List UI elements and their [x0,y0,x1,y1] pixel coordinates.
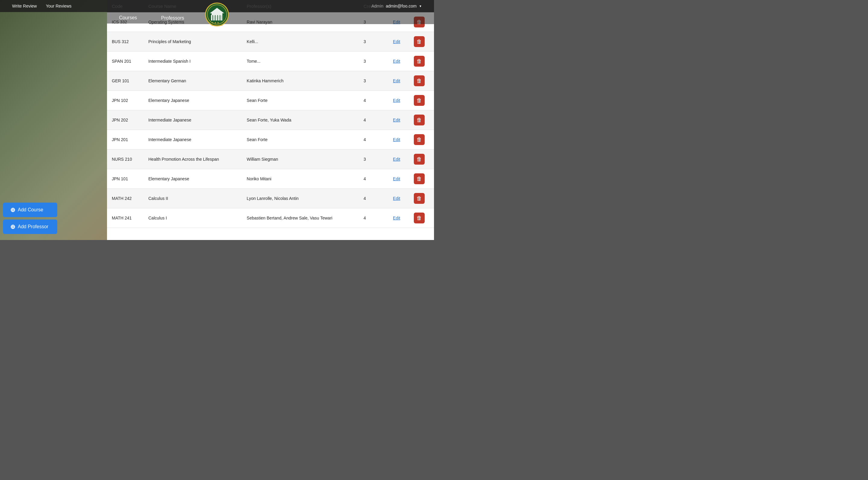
add-course-label: Add Course [18,207,43,213]
admin-label: Admin [371,4,383,8]
svg-rect-7 [217,15,218,21]
svg-text:★ ★ ★: ★ ★ ★ [212,22,219,24]
trash-icon: 🗑 [416,38,422,45]
dropdown-arrow-icon[interactable]: ▼ [419,4,422,8]
svg-rect-6 [215,15,216,21]
course-professors: Sean Forte [242,130,359,150]
edit-link[interactable]: Edit [393,176,400,181]
tab-bar: Courses Professors [107,12,434,24]
navbar-right: Admin admin@foo.com ▼ [371,4,422,8]
course-credits: 4 [359,208,388,228]
course-credits: 3 [359,52,388,71]
course-credits: 4 [359,169,388,189]
add-professor-plus-icon: ⊕ [10,223,16,230]
add-course-plus-icon: ⊕ [10,206,16,213]
table-row: NURS 210Health Promotion Across the Life… [107,150,434,169]
table-row: MATH 242Calculus IILyon Lanrolle, Nicola… [107,189,434,208]
course-credits: 4 [359,130,388,150]
edit-link[interactable]: Edit [393,79,400,83]
delete-button[interactable]: 🗑 [414,173,425,184]
edit-link[interactable]: Edit [393,39,400,44]
write-review-link[interactable]: Write Review [12,4,37,8]
course-professors: Sean Forte, Yuka Wada [242,110,359,130]
course-credits: 4 [359,110,388,130]
course-name: Intermediate Japanese [144,110,242,130]
trash-icon: 🗑 [416,196,422,202]
table-row: JPN 202Intermediate JapaneseSean Forte, … [107,110,434,130]
svg-text:HELUNA MANOA: HELUNA MANOA [211,24,223,26]
tab-professors[interactable]: Professors [149,12,196,24]
trash-icon: 🗑 [416,215,422,221]
course-name: Elementary German [144,71,242,91]
trash-icon: 🗑 [416,156,422,162]
trash-icon: 🗑 [416,58,422,64]
delete-button[interactable]: 🗑 [414,95,425,106]
course-code: SPAN 201 [107,52,144,71]
course-name: Health Promotion Across the Lifespan [144,150,242,169]
course-name: Intermediate Japanese [144,130,242,150]
table-row: JPN 101Elementary JapaneseNoriko Mitani4… [107,169,434,189]
course-credits: 4 [359,189,388,208]
svg-rect-9 [222,15,223,21]
trash-icon: 🗑 [416,78,422,84]
logo: ★ ★ ★ HELUNA MANOA [205,2,229,27]
course-professors: Sean Forte [242,91,359,110]
delete-button[interactable]: 🗑 [414,56,425,67]
add-professor-button[interactable]: ⊕ Add Professor [3,219,57,234]
course-professors: Katinka Hammerich [242,71,359,91]
course-code: MATH 241 [107,208,144,228]
add-course-button[interactable]: ⊕ Add Course [3,203,57,217]
course-professors: Sebastien Bertand, Andrew Sale, Vasu Tew… [242,208,359,228]
your-reviews-link[interactable]: Your Reviews [46,4,71,8]
delete-button[interactable]: 🗑 [414,115,425,125]
course-credits: 3 [359,150,388,169]
table-row: JPN 102Elementary JapaneseSean Forte4Edi… [107,91,434,110]
delete-button[interactable]: 🗑 [414,213,425,223]
trash-icon: 🗑 [416,117,422,123]
course-code: JPN 101 [107,169,144,189]
navbar-left: Write Review Your Reviews [12,4,71,8]
table-row: SPAN 201Intermediate Spanish ITome...3Ed… [107,52,434,71]
course-professors: William Siegman [242,150,359,169]
edit-link[interactable]: Edit [393,118,400,122]
course-name: Calculus I [144,208,242,228]
edit-link[interactable]: Edit [393,157,400,161]
course-code: NURS 210 [107,150,144,169]
trash-icon: 🗑 [416,97,422,104]
trash-icon: 🗑 [416,137,422,143]
edit-link[interactable]: Edit [393,137,400,142]
edit-link[interactable]: Edit [393,216,400,220]
delete-button[interactable]: 🗑 [414,193,425,204]
table-panel: Code Course Name Professor(s) Credits IC… [107,0,434,240]
bottom-buttons: ⊕ Add Course ⊕ Add Professor [3,203,57,234]
courses-table: Code Course Name Professor(s) Credits IC… [107,0,434,228]
course-name: Principles of Marketing [144,32,242,52]
svg-rect-8 [219,15,221,21]
delete-button[interactable]: 🗑 [414,76,425,86]
edit-link[interactable]: Edit [393,98,400,103]
course-name: Intermediate Spanish I [144,52,242,71]
course-professors: Kelli... [242,32,359,52]
course-code: JPN 201 [107,130,144,150]
add-professor-label: Add Professor [18,224,48,230]
course-code: JPN 202 [107,110,144,130]
tab-courses[interactable]: Courses [107,12,149,24]
svg-rect-5 [212,15,213,21]
course-professors: Lyon Lanrolle, Nicolas Antin [242,189,359,208]
admin-email: admin@foo.com [386,4,416,8]
table-row: JPN 201Intermediate JapaneseSean Forte4E… [107,130,434,150]
edit-link[interactable]: Edit [393,59,400,64]
course-code: BUS 312 [107,32,144,52]
course-credits: 3 [359,32,388,52]
trash-icon: 🗑 [416,176,422,182]
delete-button[interactable]: 🗑 [414,134,425,145]
course-credits: 3 [359,71,388,91]
table-row: MATH 241Calculus ISebastien Bertand, And… [107,208,434,228]
course-code: JPN 102 [107,91,144,110]
delete-button[interactable]: 🗑 [414,36,425,47]
course-professors: Noriko Mitani [242,169,359,189]
course-code: MATH 242 [107,189,144,208]
delete-button[interactable]: 🗑 [414,154,425,164]
edit-link[interactable]: Edit [393,196,400,201]
course-code: GER 101 [107,71,144,91]
